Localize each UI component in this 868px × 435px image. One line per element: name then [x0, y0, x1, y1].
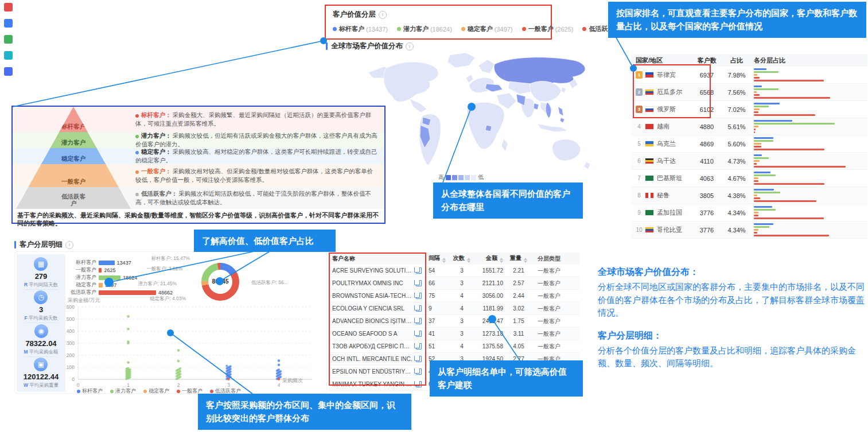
customer-gap: 66 [424, 280, 449, 286]
col-amount[interactable]: 金额 [474, 254, 505, 263]
country-flag-icon [645, 72, 654, 78]
tier-dot-icon [333, 27, 337, 31]
tier-mini-bar [754, 218, 824, 219]
tier-mini-bar [754, 123, 835, 125]
copy-icon[interactable] [416, 267, 422, 274]
tier-legend: 标杆客户(13437)潜力客户(18624)稳定客户(3497)一般客户(262… [333, 25, 644, 33]
svg-text:600: 600 [67, 304, 75, 310]
indigo-app-icon[interactable] [4, 67, 13, 76]
country-table-row[interactable]: 6乌干达 4110 4.73% [631, 153, 867, 170]
tier-legend-item: 稳定客户(3497) [461, 25, 513, 33]
customer-weight: 2.21 [505, 267, 532, 274]
country-customer-count: 3776 [691, 209, 723, 216]
tier-legend-item: 潜力客户(18624) [397, 25, 452, 33]
copy-icon[interactable] [416, 318, 422, 324]
sort-icon[interactable] [500, 258, 503, 263]
col-weight[interactable]: 重量 [505, 254, 532, 263]
customer-table-row[interactable]: ACRE SURVEYING SOLUTIONS PERU S A C AC 5… [329, 265, 579, 277]
country-table-row[interactable]: 5乌克兰 4869 5.60% [631, 135, 867, 153]
copy-icon[interactable] [416, 343, 422, 349]
tier-mini-bar [754, 160, 760, 162]
country-name: 孟加拉国 [657, 208, 682, 217]
country-flag-icon [645, 158, 654, 164]
rank-number: 6 [636, 158, 643, 164]
tier-mini-bar [754, 149, 824, 150]
copy-icon[interactable] [416, 368, 422, 375]
customer-table-row[interactable]: ADVANCED BİONİCS İŞİTME CİHAZLARI TİCARE… [329, 315, 579, 328]
info-icon[interactable]: i [406, 42, 414, 51]
customer-table-row[interactable]: POULTRYMAX OMNIS INC 66 3 2121.10 2.57 一… [329, 277, 579, 290]
sort-icon[interactable] [442, 258, 446, 263]
customer-table-header: 客户名称 间隔 次数 金额 重量 分层类型 [329, 253, 579, 265]
rfm-metric: ◉ 78322.04 M平均采购金额 [24, 324, 58, 356]
tier-mini-bar [754, 131, 755, 133]
tier-mini-bar [754, 140, 773, 142]
red-app-icon[interactable] [4, 3, 13, 11]
tier-dot-icon [77, 390, 80, 393]
info-icon[interactable]: i [65, 241, 73, 249]
country-share: 5.60% [723, 141, 750, 147]
bar [99, 275, 120, 280]
country-table-row[interactable]: 8秘鲁 3805 4.38% [631, 187, 867, 204]
scatter-legend-item: 稳定客户 [143, 387, 169, 395]
pyramid-row: 低活跃客户 低活跃客户：采购频次和近期活跃都较低，可能处于流失阶段的客户群体，整… [13, 187, 384, 209]
map-vietnam-highlight [546, 102, 551, 118]
info-icon[interactable]: i [379, 11, 387, 19]
tier-mini-bar [754, 177, 758, 179]
copy-icon[interactable] [416, 331, 422, 337]
country-name: 厄瓜多尔 [657, 88, 682, 96]
sort-icon[interactable] [467, 258, 470, 263]
customer-amount: 1375.58 [474, 343, 505, 349]
country-table-row[interactable]: 4越南 4880 5.61% [631, 118, 867, 135]
country-table-row[interactable]: 7巴基斯坦 4063 4.67% [631, 170, 867, 187]
country-share: 7.02% [723, 106, 750, 113]
green-app-icon[interactable] [4, 35, 13, 44]
country-share: 7.98% [723, 72, 750, 79]
country-table-row[interactable]: 3俄罗斯 6102 7.02% [631, 101, 867, 118]
country-table-row[interactable]: 2厄瓜多尔 6568 7.56% [631, 84, 867, 101]
tier-mini-bar [754, 106, 769, 107]
customer-table-row[interactable]: BROWNSTONE ASIA-TECH INC. 75 4 3056.00 2… [329, 290, 579, 302]
metric-icon: ◉ [34, 324, 48, 338]
metric-divider [25, 289, 57, 290]
rank-medal-icon: 2 [636, 88, 643, 96]
rank-number: 9 [636, 209, 643, 216]
country-flag-icon [645, 175, 654, 181]
country-name: 秘鲁 [657, 191, 670, 200]
col-times[interactable]: 次数 [449, 254, 474, 263]
pyramid-tier-description: 低活跃客户：采购频次和近期活跃都较低，可能处于流失阶段的客户群体，整体价值不高，… [134, 187, 384, 209]
tier-mini-bar [754, 94, 760, 96]
col-gap[interactable]: 间隔 [424, 254, 449, 263]
map-legend-swatch [446, 175, 451, 180]
customer-table-row[interactable]: OCEANO SEAFOOD S A 41 3 1273.18 3.11 一般客… [329, 328, 579, 340]
copy-icon[interactable] [416, 381, 422, 387]
bar-label: 低活跃客户 [65, 289, 96, 296]
country-table-row[interactable]: 10哥伦比亚 3776 4.34% [631, 222, 867, 239]
tier-dot-icon [143, 390, 147, 393]
customer-gap: 41 [424, 331, 449, 337]
bar [99, 283, 103, 288]
blue-app-icon[interactable] [4, 19, 13, 28]
bar [99, 268, 102, 273]
global-map-title-text: 全球市场客户价值分布 [331, 41, 403, 51]
customer-name: ACRE SURVEYING SOLUTIONS PERU S A C AC [332, 267, 412, 274]
tier-mini-bar [754, 111, 758, 113]
tier-mini-bar [754, 91, 757, 93]
copy-icon[interactable] [416, 293, 422, 299]
country-table-row[interactable]: 1菲律宾 6937 7.98% [631, 67, 867, 84]
copy-icon[interactable] [416, 356, 422, 362]
scatter-legend-item: 标杆客户 [77, 387, 103, 395]
customer-table-row[interactable]: ТЗОВ АКРОБУД СЕРВІС ПРОСП ПЕРЕМОГИ 91 51… [329, 340, 579, 353]
pyramid-rows: 标杆客户 标杆客户：采购金额大、采购频繁、最近采购间隔短（近期活跃）的重要高价值… [13, 107, 384, 209]
customer-times: 4 [449, 293, 474, 299]
teal-app-icon[interactable] [4, 51, 13, 60]
tier-dot-icon [135, 151, 139, 154]
copy-icon[interactable] [416, 305, 422, 312]
annotation-notes: 全球市场客户价值分布： 分析全球不同地区或国家的客群分布，主要集中的市场排名，以… [598, 266, 867, 380]
country-table-row[interactable]: 9孟加拉国 3776 4.34% [631, 204, 867, 222]
customer-table-row[interactable]: ECOLOGIA Y CIENCIA SRL 9 4 1181.99 3.02 … [329, 302, 579, 315]
tier-count-bar-chart: 标杆客户 13437 一般客户 2625 潜力客户 18624 稳定客户 349… [65, 259, 173, 296]
copy-icon[interactable] [416, 280, 422, 286]
bar [99, 290, 156, 295]
sort-icon[interactable] [524, 258, 527, 263]
